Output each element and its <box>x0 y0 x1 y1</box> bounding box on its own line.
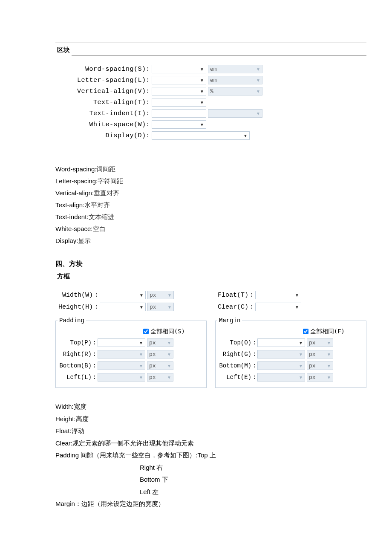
chevron-down-icon: ▼ <box>293 305 301 309</box>
chevron-down-icon: ▼ <box>297 352 305 357</box>
padding-left-unit: px▼ <box>147 373 173 382</box>
display-select[interactable]: ▼ <box>152 131 250 140</box>
margin-bottom-label: Bottom(M) <box>217 362 251 369</box>
chevron-down-icon: ▼ <box>165 352 173 357</box>
box-tab[interactable]: 方框 <box>55 272 72 282</box>
margin-top-select[interactable]: ▼ <box>257 338 305 347</box>
padding-same-all-label: 全部相同(S) <box>150 328 185 335</box>
chevron-down-icon: ▼ <box>138 305 145 309</box>
block-tab[interactable]: 区块 <box>55 46 72 56</box>
chevron-down-icon: ▼ <box>198 122 206 127</box>
vertical-align-unit: %▼ <box>208 87 262 95</box>
chevron-down-icon: ▼ <box>137 352 145 357</box>
chevron-down-icon: ▼ <box>137 341 145 345</box>
chevron-down-icon: ▼ <box>254 89 262 94</box>
padding-bottom-label: Bottom(B) <box>58 362 92 369</box>
white-space-label: White-space(W): <box>55 121 152 128</box>
text-indent-unit: ▼ <box>208 109 262 118</box>
chevron-down-icon: ▼ <box>325 352 333 357</box>
chevron-down-icon: ▼ <box>198 67 206 72</box>
colon: : <box>248 304 255 310</box>
padding-left-select: ▼ <box>98 373 145 382</box>
chevron-down-icon: ▼ <box>165 375 173 380</box>
section-4-heading: 四、方块 <box>55 260 366 269</box>
box-tab-row: 方框 <box>55 272 366 282</box>
word-spacing-unit: em▼ <box>208 65 262 73</box>
box-dialog: Width(W) : ▼ px▼ Float(T) : ▼ Height(H) … <box>55 286 366 388</box>
padding-right-unit: px▼ <box>147 350 173 358</box>
white-space-select[interactable]: ▼ <box>152 120 206 129</box>
height-label: Height(H) <box>55 304 93 311</box>
chevron-down-icon: ▼ <box>165 364 173 368</box>
width-select[interactable]: ▼ <box>100 291 146 299</box>
padding-legend: Padding <box>58 317 86 324</box>
chevron-down-icon: ▼ <box>138 293 145 298</box>
chevron-down-icon: ▼ <box>198 100 206 105</box>
padding-right-label: Right(R) <box>58 351 92 358</box>
colon: : <box>93 292 100 298</box>
chevron-down-icon: ▼ <box>297 364 305 368</box>
word-spacing-select[interactable]: ▼ <box>152 65 206 73</box>
padding-bottom-unit: px▼ <box>147 361 173 370</box>
padding-right-select: ▼ <box>98 350 145 358</box>
box-notes: Width:宽度 Height:高度 Float:浮动 Clear:规定元素的哪… <box>55 401 366 510</box>
clear-select[interactable]: ▼ <box>255 303 301 311</box>
padding-same-all-checkbox[interactable] <box>143 329 149 334</box>
padding-group: Padding 全部相同(S) Top(P) : ▼ px▼ Right(R) … <box>55 317 207 388</box>
colon: : <box>248 292 255 298</box>
chevron-down-icon: ▼ <box>137 375 145 380</box>
margin-legend: Margin <box>217 317 242 324</box>
float-select[interactable]: ▼ <box>255 291 301 299</box>
text-align-label: Text-align(T): <box>55 99 152 106</box>
vertical-align-select[interactable]: ▼ <box>152 87 206 95</box>
chevron-down-icon: ▼ <box>254 67 262 72</box>
text-indent-input[interactable] <box>152 109 206 118</box>
margin-bottom-unit: px▼ <box>307 361 333 370</box>
margin-left-label: Left(E) <box>217 374 251 381</box>
display-label: Display(D): <box>55 132 152 139</box>
block-tab-row: 区块 <box>55 46 366 56</box>
chevron-down-icon: ▼ <box>166 293 173 298</box>
width-label: Width(W) <box>55 292 93 299</box>
height-select[interactable]: ▼ <box>100 303 146 311</box>
margin-right-select: ▼ <box>257 350 305 358</box>
letter-spacing-unit: em▼ <box>208 76 262 84</box>
chevron-down-icon: ▼ <box>325 341 333 345</box>
width-unit: px▼ <box>147 291 174 299</box>
chevron-down-icon: ▼ <box>254 111 262 116</box>
padding-top-label: Top(P) <box>58 339 92 346</box>
block-notes: Word-spacing:词间距 Letter-spacing:字符间距 Ver… <box>55 163 366 247</box>
margin-left-select: ▼ <box>257 373 305 382</box>
chevron-down-icon: ▼ <box>198 78 206 83</box>
colon: : <box>93 304 100 310</box>
margin-right-unit: px▼ <box>307 350 333 358</box>
margin-top-unit: px▼ <box>307 338 333 347</box>
vertical-align-label: Vertical-align(V): <box>55 88 152 95</box>
clear-label: Clear(C) <box>211 304 248 311</box>
margin-bottom-select: ▼ <box>257 361 305 370</box>
chevron-down-icon: ▼ <box>325 375 333 380</box>
top-divider <box>55 43 366 43</box>
chevron-down-icon: ▼ <box>325 364 333 368</box>
margin-right-label: Right(G) <box>217 351 251 358</box>
height-unit: px▼ <box>147 303 174 311</box>
chevron-down-icon: ▼ <box>166 305 173 309</box>
letter-spacing-select[interactable]: ▼ <box>152 76 206 84</box>
block-dialog: Word-spacing(S): ▼ em▼ Letter-spacing(L)… <box>55 60 366 146</box>
margin-same-all-checkbox[interactable] <box>303 329 308 334</box>
margin-same-all-label: 全部相同(F) <box>310 328 345 335</box>
chevron-down-icon: ▼ <box>137 364 145 368</box>
padding-bottom-select: ▼ <box>98 361 145 370</box>
chevron-down-icon: ▼ <box>297 341 305 345</box>
margin-left-unit: px▼ <box>307 373 333 382</box>
text-indent-label: Text-indent(I): <box>55 110 152 117</box>
word-spacing-label: Word-spacing(S): <box>55 66 152 73</box>
padding-top-select[interactable]: ▼ <box>98 338 145 347</box>
margin-group: Margin 全部相同(F) Top(O) : ▼ px▼ Right(G) :… <box>215 317 366 388</box>
chevron-down-icon: ▼ <box>165 341 173 345</box>
chevron-down-icon: ▼ <box>254 78 262 83</box>
margin-top-label: Top(O) <box>217 339 251 346</box>
chevron-down-icon: ▼ <box>242 133 249 138</box>
padding-top-unit: px▼ <box>147 338 173 347</box>
text-align-select[interactable]: ▼ <box>152 98 206 107</box>
